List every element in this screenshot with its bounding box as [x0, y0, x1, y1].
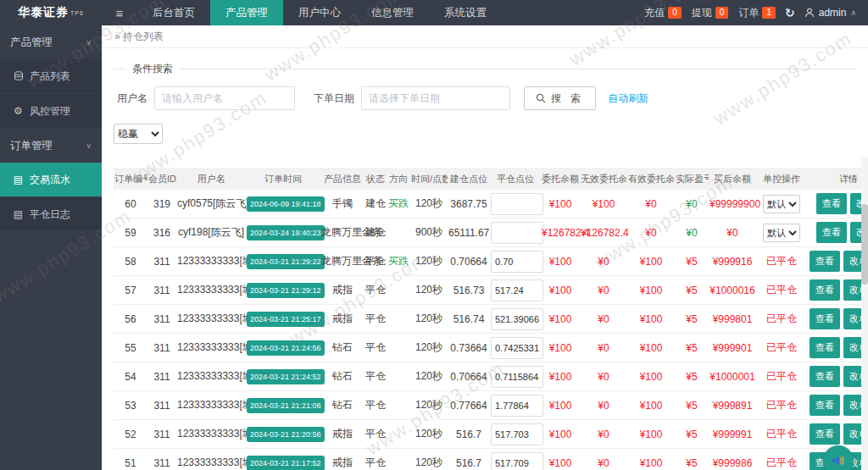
sidebar: 产品管理∨产品列表⚙风控管理订单管理∨▤交易流水▤平仓日志 — [0, 25, 102, 470]
mode-select[interactable]: 稳赢 — [114, 124, 163, 144]
view-button[interactable]: 查看 — [810, 251, 840, 272]
column-header: 单控操作 — [756, 168, 807, 190]
close-point-input[interactable] — [491, 337, 543, 359]
close-point-input[interactable] — [491, 222, 543, 244]
cell-username: 12333333333[城市] — [176, 247, 246, 276]
audio-service-button[interactable] — [823, 445, 854, 470]
control-select[interactable]: 默认 — [763, 224, 800, 242]
close-point-input[interactable] — [491, 251, 543, 273]
search-button[interactable]: 搜 索 — [524, 86, 596, 110]
cell-control: 已平仓 — [756, 391, 807, 420]
username-input[interactable] — [154, 86, 295, 110]
sidebar-item[interactable]: ▤平仓日志 — [0, 197, 102, 232]
close-point-input[interactable] — [491, 193, 543, 215]
column-header: 订单时间 — [246, 168, 320, 190]
sidebar-item[interactable]: ▤交易流水 — [0, 163, 102, 197]
table-row: 5731112333333333[城市]2024-03-21 21:29:12戒… — [114, 276, 868, 305]
topnav-item[interactable]: 用户中心 — [283, 0, 356, 25]
cell-valid-entrust: ¥100 — [627, 276, 675, 305]
cell-status: 平仓 — [364, 334, 387, 362]
cell-open-point: 516.7 — [448, 420, 490, 449]
cell-product: 龙腾万里金条 — [320, 218, 364, 247]
close-point-input[interactable] — [491, 308, 543, 330]
view-button[interactable]: 查看 — [816, 193, 847, 214]
cell-profit: ¥0 — [675, 190, 709, 218]
cell-entrust: ¥100 — [541, 449, 580, 470]
cell-close-point — [490, 276, 541, 305]
sidebar-item[interactable]: 产品列表 — [0, 59, 102, 94]
control-select[interactable]: 默认 — [763, 195, 800, 213]
topbar-right: 充值0提现0订单1 ↻ admin ∧ — [644, 0, 868, 25]
cell-direction — [387, 362, 410, 391]
cell-duration: 120秒 — [410, 190, 448, 218]
sidebar-group[interactable]: 产品管理∨ — [0, 25, 102, 59]
topbar-stat[interactable]: 订单1 — [738, 6, 776, 20]
column-header: 有效委托余额 — [627, 168, 675, 190]
cell-close-point — [490, 305, 541, 334]
cell-valid-entrust: ¥100 — [627, 305, 675, 334]
cell-invalid-entrust: ¥0 — [580, 276, 627, 305]
table-row: 5331112333333333[城市]2024-03-21 21:21:08钻… — [114, 391, 868, 420]
cell-detail: 查看改单删除 — [807, 334, 868, 362]
sidebar-item[interactable]: ⚙风控管理 — [0, 94, 102, 129]
order-time-badge: 2024-03-24 19:40:23 — [247, 225, 325, 241]
view-button[interactable]: 查看 — [810, 366, 840, 387]
cell-close-point — [490, 334, 541, 362]
cell-detail: 查看改单删除 — [807, 391, 868, 420]
view-button[interactable]: 查看 — [810, 279, 840, 301]
sidebar-group[interactable]: 订单管理∨ — [0, 129, 102, 163]
topnav-item[interactable]: 产品管理 — [210, 0, 283, 25]
cell-order-time: 2024-03-21 21:24:52 — [246, 362, 320, 391]
scrollbar-track[interactable] — [861, 158, 868, 470]
order-date-input[interactable] — [361, 86, 510, 110]
cell-product: 钻石 — [320, 391, 364, 420]
close-point-input[interactable] — [491, 279, 543, 301]
cell-direction — [387, 218, 410, 247]
cell-profit: ¥5 — [675, 334, 709, 362]
view-button[interactable]: 查看 — [810, 423, 840, 445]
view-button[interactable]: 查看 — [810, 337, 840, 358]
cell-open-point: 3687.75 — [448, 190, 490, 218]
cell-invalid-entrust: ¥0 — [580, 362, 627, 391]
order-time-badge: 2024-03-21 21:29:12 — [247, 283, 325, 298]
cell-duration: 900秒 — [410, 218, 448, 247]
scrollbar-thumb[interactable] — [861, 204, 868, 285]
admin-menu[interactable]: admin ∧ — [804, 7, 856, 19]
cell-order-id: 59 — [114, 218, 147, 247]
view-button[interactable]: 查看 — [816, 222, 847, 243]
cell-after-balance: ¥999916 — [709, 247, 756, 276]
topbar-stat[interactable]: 充值0 — [644, 6, 682, 20]
close-point-input[interactable] — [491, 366, 543, 388]
close-point-input[interactable] — [491, 452, 543, 470]
count-badge: 0 — [715, 7, 729, 19]
cell-invalid-entrust: ¥0 — [580, 334, 627, 362]
cell-entrust: ¥100 — [541, 334, 580, 362]
cell-profit: ¥0 — [675, 218, 709, 247]
view-button[interactable]: 查看 — [810, 308, 840, 329]
sidebar-group-label: 产品管理 — [10, 25, 53, 59]
close-point-input[interactable] — [491, 395, 543, 417]
hamburger-icon[interactable]: ≡ — [102, 0, 137, 25]
cell-close-point — [490, 190, 541, 218]
cell-order-time: 2024-03-21 21:21:08 — [246, 391, 320, 420]
close-point-input[interactable] — [491, 423, 543, 445]
table-row: 5631112333333333[城市]2024-03-21 21:25:17戒… — [114, 305, 868, 334]
cell-direction — [387, 334, 410, 362]
auto-refresh-link[interactable]: 自动刷新 — [608, 91, 648, 106]
topnav-item[interactable]: 后台首页 — [137, 0, 210, 25]
topbar-stat[interactable]: 提现0 — [692, 6, 729, 20]
positions-table: 订单编号会员ID用户名订单时间产品信息状态方向时间/点数建仓点位平仓点位委托余额… — [114, 168, 868, 470]
cell-product: 钻石 — [320, 334, 364, 362]
refresh-icon[interactable]: ↻ — [785, 6, 795, 19]
topnav-item[interactable]: 系统设置 — [429, 0, 502, 25]
cell-valid-entrust: ¥100 — [627, 247, 675, 276]
filter-legend: 条件搜索 — [125, 62, 180, 76]
cell-username: 12333333333[城市] — [176, 449, 246, 470]
cell-control: 已平仓 — [756, 276, 807, 305]
app-logo: 华泰证券TP6 — [0, 0, 102, 25]
main-area: » 持仓列表 条件搜索 用户名 下单日期 搜 索 自动刷新 稳赢 订单编号会员I… — [102, 25, 868, 470]
topnav-item[interactable]: 信息管理 — [356, 0, 429, 25]
cell-username: 12333333333[城市] — [176, 334, 246, 362]
view-button[interactable]: 查看 — [810, 395, 840, 416]
column-header: 详情 — [807, 168, 868, 190]
